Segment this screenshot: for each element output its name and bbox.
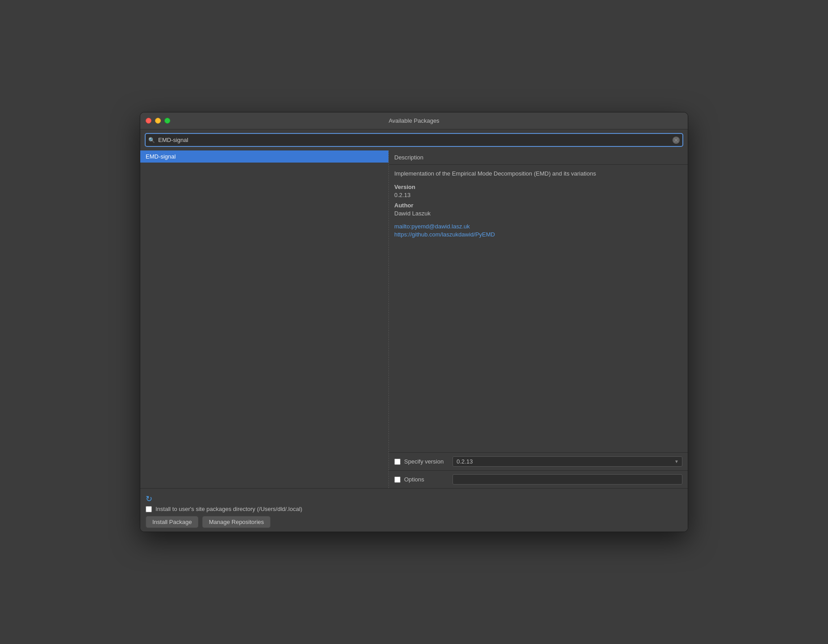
specify-version-checkbox[interactable]	[394, 459, 401, 465]
author-value: Dawid Laszuk	[394, 210, 682, 217]
search-input[interactable]	[145, 133, 683, 147]
refresh-button[interactable]: ↻	[146, 494, 152, 504]
version-label: Version	[394, 184, 682, 190]
search-clear-button[interactable]: ✕	[673, 137, 680, 144]
specify-version-label: Specify version	[404, 458, 449, 465]
options-checkbox[interactable]	[394, 477, 401, 483]
bottom-bar: ↻ Install to user's site packages direct…	[140, 488, 688, 532]
close-button[interactable]	[146, 118, 151, 124]
description-header: Description	[389, 150, 688, 165]
install-label: Install to user's site packages director…	[155, 506, 302, 512]
github-link[interactable]: https://github.com/laszukdawid/PyEMD	[394, 231, 682, 238]
clear-icon: ✕	[673, 137, 679, 144]
version-select-wrapper: 0.2.13 ▼	[453, 456, 682, 467]
title-bar: Available Packages	[140, 112, 688, 129]
description-panel: Description Implementation of the Empiri…	[389, 150, 688, 488]
author-label: Author	[394, 202, 682, 209]
package-name: EMD-signal	[146, 153, 176, 160]
button-row: Install Package Manage Repositories	[146, 516, 682, 528]
options-bar: Specify version 0.2.13 ▼ Options	[389, 452, 688, 488]
version-value: 0.2.13	[394, 192, 682, 198]
search-container: 🔍 ✕	[140, 129, 688, 150]
install-user-checkbox[interactable]	[146, 506, 152, 512]
email-link[interactable]: mailto:pyemd@dawid.lasz.uk	[394, 223, 682, 230]
window-title: Available Packages	[388, 117, 439, 124]
manage-repositories-button[interactable]: Manage Repositories	[202, 516, 271, 528]
description-content: Implementation of the Empirical Mode Dec…	[389, 165, 688, 452]
refresh-row: ↻	[146, 492, 682, 506]
description-summary: Implementation of the Empirical Mode Dec…	[394, 169, 682, 178]
maximize-button[interactable]	[164, 118, 170, 124]
main-window: Available Packages 🔍 ✕ EMD-signal Descri…	[140, 112, 688, 532]
install-package-button[interactable]: Install Package	[146, 516, 198, 528]
options-label: Options	[404, 476, 449, 483]
options-row: Options	[389, 471, 688, 488]
main-content: EMD-signal Description Implementation of…	[140, 150, 688, 488]
search-wrapper: 🔍 ✕	[145, 133, 683, 147]
minimize-button[interactable]	[155, 118, 161, 124]
options-input[interactable]	[453, 474, 682, 485]
specify-version-row: Specify version 0.2.13 ▼	[389, 453, 688, 471]
package-list[interactable]: EMD-signal	[140, 150, 389, 488]
version-select[interactable]: 0.2.13	[453, 456, 682, 467]
install-checkbox-row: Install to user's site packages director…	[146, 506, 682, 512]
list-item[interactable]: EMD-signal	[140, 150, 388, 163]
traffic-lights	[146, 118, 170, 124]
